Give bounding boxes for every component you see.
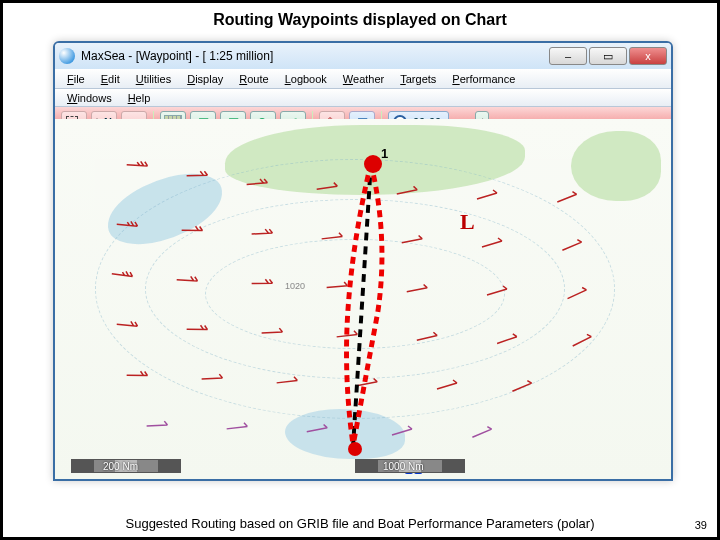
wind-barb-icon bbox=[554, 190, 583, 206]
menu-display[interactable]: Display bbox=[179, 73, 231, 85]
wind-barb-icon bbox=[394, 184, 423, 200]
window-title: MaxSea - [Waypoint] - [ 1:25 million] bbox=[81, 49, 549, 63]
slide-title: Routing Waypoints displayed on Chart bbox=[3, 3, 717, 35]
close-button[interactable]: x bbox=[629, 47, 667, 65]
maximize-button[interactable]: ▭ bbox=[589, 47, 627, 65]
app-window: MaxSea - [Waypoint] - [ 1:25 million] – … bbox=[53, 41, 673, 481]
waypoint-label: 1 bbox=[381, 146, 388, 161]
wind-barb-icon bbox=[475, 189, 503, 203]
wind-barb-icon bbox=[224, 419, 254, 438]
wind-barb-icon bbox=[304, 422, 333, 439]
menubar-row2: Windows Help bbox=[55, 89, 671, 107]
page-number: 39 bbox=[695, 519, 707, 531]
wind-barb-icon bbox=[480, 237, 508, 251]
menu-targets[interactable]: Targets bbox=[392, 73, 444, 85]
wind-barb-icon bbox=[390, 425, 418, 439]
wind-barb-icon bbox=[399, 233, 428, 250]
scale-text-left: 200 Nm bbox=[103, 461, 138, 472]
wind-barb-icon bbox=[469, 425, 498, 442]
minimize-button[interactable]: – bbox=[549, 47, 587, 65]
wind-barb-icon bbox=[509, 379, 538, 396]
menu-logbook[interactable]: Logbook bbox=[277, 73, 335, 85]
menu-route[interactable]: Route bbox=[231, 73, 276, 85]
titlebar: MaxSea - [Waypoint] - [ 1:25 million] – … bbox=[55, 43, 671, 69]
window-controls: – ▭ x bbox=[549, 47, 667, 65]
app-icon bbox=[59, 48, 75, 64]
wind-barb-icon bbox=[404, 282, 433, 299]
wind-barb-icon bbox=[495, 333, 523, 348]
wind-barb-icon bbox=[559, 238, 588, 255]
wind-barb-icon bbox=[144, 416, 175, 436]
scale-text-right: 1000 Nm bbox=[383, 461, 424, 472]
wind-barb-icon bbox=[123, 155, 154, 178]
menu-edit[interactable]: Edit bbox=[93, 73, 128, 85]
wind-barb-icon bbox=[485, 285, 513, 299]
wind-barb-icon bbox=[435, 379, 463, 393]
menu-weather[interactable]: Weather bbox=[335, 73, 392, 85]
pressure-low-label: L bbox=[460, 209, 475, 235]
isobar-label: 1020 bbox=[285, 281, 305, 291]
wind-barb-icon bbox=[354, 376, 383, 393]
menu-file[interactable]: File bbox=[59, 73, 93, 85]
menu-performance[interactable]: Performance bbox=[444, 73, 523, 85]
landmass-shape bbox=[571, 131, 661, 201]
wind-barb-icon bbox=[415, 330, 444, 346]
chart-canvas[interactable]: 1020 1 L H 200 Nm 1000 Nm bbox=[55, 119, 671, 479]
waypoint-end[interactable] bbox=[348, 442, 362, 456]
menubar: File Edit Utilities Display Route Logboo… bbox=[55, 69, 671, 89]
menu-utilities[interactable]: Utilities bbox=[128, 73, 179, 85]
menu-help[interactable]: Help bbox=[120, 92, 159, 104]
slide-footer: Suggested Routing based on GRIB file and… bbox=[3, 516, 717, 531]
waypoint-start[interactable] bbox=[364, 155, 382, 173]
menu-windows[interactable]: Windows bbox=[59, 92, 120, 104]
